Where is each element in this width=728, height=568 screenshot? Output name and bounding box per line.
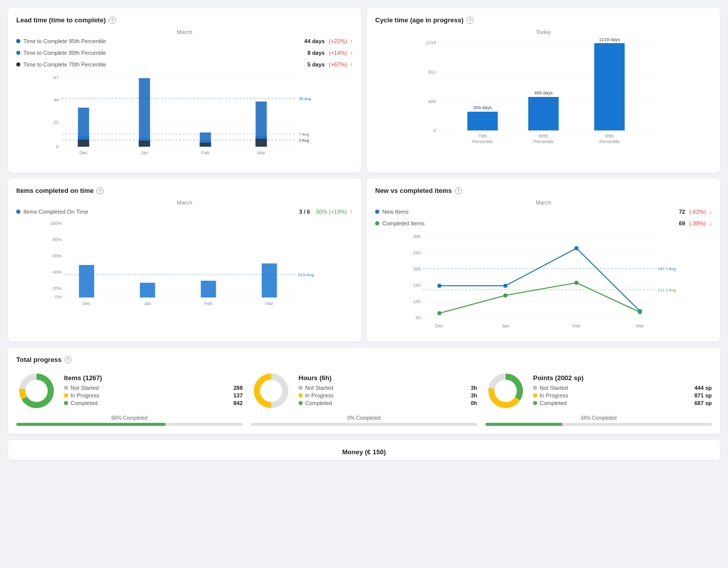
items-on-time-trend: ↑ [350, 209, 353, 215]
hours-in-progress-value: 3h [471, 392, 477, 398]
new-vs-completed-period: March [375, 199, 712, 206]
points-not-started-value: 444 sp [694, 385, 712, 391]
cycle-time-period: Today [375, 29, 712, 35]
hours-donut-svg [251, 371, 291, 411]
points-not-started-row: Not Started 444 sp [533, 385, 712, 391]
svg-text:200: 200 [413, 266, 420, 272]
items-on-time-card: Items completed on time ? March Items Co… [8, 179, 361, 342]
items-on-time-help-icon[interactable]: ? [96, 187, 104, 194]
points-in-progress-dot [533, 393, 537, 397]
cycle-time-title-text: Cycle time (age in progress) [375, 16, 464, 24]
points-completed-label: Completed [540, 400, 692, 406]
cycle-time-help-icon[interactable]: ? [467, 17, 474, 24]
points-donut-container [485, 371, 526, 411]
new-vs-completed-help-icon[interactable]: ? [455, 187, 462, 194]
points-not-started-dot [533, 386, 537, 390]
items-in-progress-value: 137 [234, 392, 243, 398]
items-on-time-value: 3 / 6 [299, 209, 310, 215]
svg-text:406: 406 [428, 99, 436, 104]
total-progress-help-icon[interactable]: ? [64, 356, 72, 363]
svg-text:7 Avg: 7 Avg [299, 132, 309, 137]
lead-time-period: March [16, 29, 353, 35]
trend-arrow-p80: ↑ [350, 50, 353, 56]
items-progress-inner: Items (1267) Not Started 288 In Progress… [16, 371, 243, 411]
svg-text:111.3 Avg: 111.3 Avg [658, 288, 676, 292]
svg-point-94 [575, 246, 579, 250]
hours-not-started-value: 3h [471, 385, 477, 391]
svg-point-96 [438, 311, 442, 315]
items-not-started-label: Not Started [71, 385, 231, 391]
trend-arrow-p70: ↑ [350, 61, 353, 68]
svg-text:70th: 70th [478, 133, 487, 139]
items-on-time-legend: Items Completed On Time 3 / 6 50% (+19%)… [16, 209, 353, 215]
money-section: Money (€ 150) [8, 440, 720, 460]
items-not-started-row: Not Started 288 [64, 385, 243, 391]
items-info-title: Items (1267) [64, 374, 243, 382]
hours-info-title: Hours (6h) [299, 374, 477, 382]
points-completed-dot [533, 401, 537, 405]
legend-change-p95: (+22%) [329, 38, 347, 44]
trend-arrow-p95: ↑ [350, 38, 353, 44]
svg-text:812: 812 [428, 70, 436, 75]
lead-time-title-text: Lead time (time to complete) [16, 16, 106, 24]
items-percent-label: 66% Completed [16, 415, 243, 421]
svg-text:Jan: Jan [144, 301, 151, 306]
hours-progress-inner: Hours (6h) Not Started 3h In Progress 3h [251, 371, 477, 411]
points-progress-inner: Points (2002 sp) Not Started 444 sp In P… [485, 371, 712, 411]
svg-text:40%: 40% [52, 270, 61, 275]
progress-cards-row: Items (1267) Not Started 288 In Progress… [16, 371, 712, 426]
items-progress-bar-container: 66% Completed [16, 415, 243, 426]
svg-text:Mar: Mar [257, 150, 266, 155]
hours-progress-bar-track [251, 423, 477, 426]
svg-text:95th: 95th [605, 133, 614, 139]
items-in-progress-label: In Progress [71, 392, 231, 398]
svg-rect-70 [262, 263, 277, 297]
points-in-progress-label: In Progress [540, 392, 692, 398]
hours-not-started-label: Not Started [305, 385, 468, 391]
svg-point-97 [504, 293, 508, 297]
svg-text:Jan: Jan [502, 323, 509, 328]
svg-text:100: 100 [413, 299, 420, 304]
lead-time-card: Lead time (time to complete) ? March Tim… [8, 8, 361, 173]
total-progress-title: Total progress ? [16, 356, 712, 363]
cycle-time-card: Cycle time (age in progress) ? Today 121… [367, 8, 720, 173]
completed-items-dot [375, 221, 379, 225]
new-vs-completed-svg: 300 250 200 150 100 50 187.7 Avg 111 [375, 232, 712, 333]
svg-text:80%: 80% [52, 237, 61, 242]
svg-rect-42 [528, 97, 559, 130]
items-completed-value: 842 [234, 400, 243, 406]
legend-label-p80: Time to Complete 80th Percentile [23, 50, 304, 56]
lead-time-chart: 67 44 22 0 36 Avg 7 Avg 3 Avg [16, 73, 353, 164]
svg-rect-16 [78, 140, 89, 147]
points-not-started-label: Not Started [540, 385, 692, 391]
points-progress-card: Points (2002 sp) Not Started 444 sp In P… [485, 371, 712, 426]
points-progress-info: Points (2002 sp) Not Started 444 sp In P… [533, 374, 712, 408]
items-not-started-value: 288 [234, 385, 243, 391]
svg-rect-24 [200, 143, 211, 147]
hours-in-progress-label: In Progress [305, 392, 468, 398]
svg-text:0%: 0% [55, 294, 61, 299]
new-vs-completed-title-text: New vs completed items [375, 187, 452, 194]
svg-text:Feb: Feb [205, 301, 213, 306]
svg-rect-38 [468, 112, 498, 130]
svg-rect-20 [139, 141, 150, 147]
legend-change-p70: (+67%) [329, 61, 347, 68]
new-vs-completed-title: New vs completed items ? [375, 187, 712, 194]
items-donut-svg [16, 371, 57, 411]
items-on-time-title-text: Items completed on time [16, 187, 93, 194]
svg-text:60%: 60% [52, 253, 61, 258]
svg-text:Dec: Dec [82, 301, 91, 306]
svg-text:1219 days: 1219 days [599, 38, 620, 42]
new-items-value: 72 [679, 209, 685, 215]
svg-text:0: 0 [56, 144, 58, 149]
svg-text:22: 22 [53, 120, 58, 125]
lead-time-help-icon[interactable]: ? [109, 17, 116, 24]
svg-text:36 Avg: 36 Avg [299, 96, 311, 101]
new-items-trend: ↓ [709, 209, 712, 215]
legend-label-p95: Time to Complete 95th Percentile [23, 38, 301, 44]
hours-completed-dot [299, 401, 303, 405]
svg-rect-46 [594, 43, 625, 130]
points-info-title: Points (2002 sp) [533, 374, 712, 382]
svg-text:50: 50 [415, 315, 420, 320]
svg-text:Feb: Feb [573, 323, 581, 328]
